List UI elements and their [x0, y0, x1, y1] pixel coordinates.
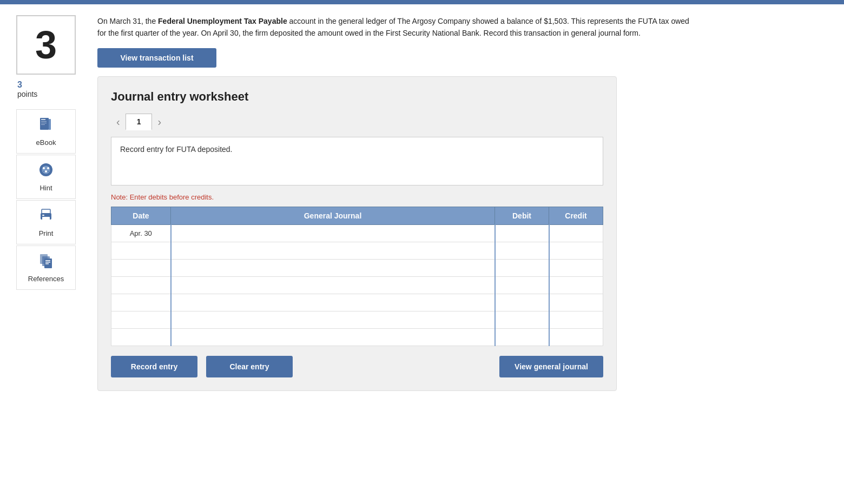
- table-row: [111, 259, 603, 276]
- cell-debit-0[interactable]: [495, 224, 549, 242]
- cell-journal-6[interactable]: [171, 328, 495, 346]
- svg-rect-2: [41, 121, 47, 122]
- input-credit-2[interactable]: [553, 263, 600, 273]
- svg-rect-1: [41, 119, 45, 120]
- input-journal-2[interactable]: [175, 263, 491, 273]
- cell-debit-5[interactable]: [495, 311, 549, 328]
- main-container: 3 3 points eBook: [0, 4, 844, 402]
- svg-point-8: [43, 167, 45, 169]
- input-credit-5[interactable]: [553, 315, 600, 325]
- input-debit-6[interactable]: [499, 332, 545, 342]
- input-debit-2[interactable]: [499, 263, 545, 273]
- table-row: [111, 276, 603, 294]
- cell-date-3: [111, 276, 171, 294]
- input-credit-4[interactable]: [553, 297, 600, 308]
- cell-journal-4[interactable]: [171, 294, 495, 311]
- cell-date-1: [111, 242, 171, 259]
- input-credit-0[interactable]: [553, 228, 600, 238]
- sidebar-item-references[interactable]: References: [16, 246, 76, 290]
- cell-date-6: [111, 328, 171, 346]
- cell-credit-0[interactable]: [549, 224, 603, 242]
- sidebar: 3 3 points eBook: [16, 15, 87, 391]
- cell-journal-5[interactable]: [171, 311, 495, 328]
- cell-credit-4[interactable]: [549, 294, 603, 311]
- table-row: [111, 311, 603, 328]
- tab-next-arrow[interactable]: ›: [152, 114, 167, 130]
- svg-rect-13: [42, 209, 50, 214]
- print-icon: [38, 207, 54, 227]
- input-debit-1[interactable]: [499, 246, 545, 256]
- view-general-journal-button[interactable]: View general journal: [499, 356, 603, 377]
- input-credit-1[interactable]: [553, 246, 600, 256]
- cell-credit-3[interactable]: [549, 276, 603, 294]
- cell-date-2: [111, 259, 171, 276]
- sidebar-item-hint[interactable]: Hint: [16, 155, 76, 199]
- cell-credit-6[interactable]: [549, 328, 603, 346]
- svg-rect-4: [41, 124, 45, 125]
- hint-icon: [38, 162, 54, 182]
- action-buttons: Record entry Clear entry View general jo…: [111, 356, 603, 377]
- cell-journal-0[interactable]: [171, 224, 495, 242]
- table-row: Apr. 30: [111, 224, 603, 242]
- svg-rect-15: [42, 217, 50, 221]
- input-journal-3[interactable]: [175, 280, 491, 290]
- worksheet-panel: Journal entry worksheet ‹ 1 › Record ent…: [97, 76, 617, 391]
- input-credit-6[interactable]: [553, 332, 600, 342]
- svg-point-12: [48, 171, 49, 172]
- sidebar-item-ebook[interactable]: eBook: [16, 109, 76, 154]
- cell-debit-2[interactable]: [495, 259, 549, 276]
- clear-entry-button[interactable]: Clear entry: [206, 356, 293, 377]
- table-row: [111, 294, 603, 311]
- print-label: Print: [39, 229, 54, 237]
- cell-debit-4[interactable]: [495, 294, 549, 311]
- svg-rect-20: [45, 260, 50, 261]
- input-debit-5[interactable]: [499, 315, 545, 325]
- cell-credit-2[interactable]: [549, 259, 603, 276]
- input-journal-5[interactable]: [175, 315, 491, 325]
- cell-journal-3[interactable]: [171, 276, 495, 294]
- problem-text: On March 31, the Federal Unemployment Ta…: [97, 15, 693, 39]
- input-journal-6[interactable]: [175, 332, 491, 342]
- cell-date-4: [111, 294, 171, 311]
- tab-prev-arrow[interactable]: ‹: [111, 114, 126, 130]
- input-journal-0[interactable]: [175, 228, 491, 238]
- tab-1[interactable]: 1: [126, 114, 153, 130]
- input-journal-1[interactable]: [175, 246, 491, 256]
- problem-bold-term: Federal Unemployment Tax Payable: [158, 17, 287, 25]
- input-journal-4[interactable]: [175, 297, 491, 308]
- top-bar: [0, 0, 844, 4]
- cell-date-0: Apr. 30: [111, 224, 171, 242]
- sidebar-tools: eBook Hint: [16, 109, 87, 290]
- sidebar-item-print[interactable]: Print: [16, 200, 76, 244]
- ebook-label: eBook: [36, 138, 56, 147]
- question-number: 3: [35, 23, 57, 67]
- content-area: On March 31, the Federal Unemployment Ta…: [97, 15, 828, 391]
- th-debit: Debit: [495, 207, 549, 224]
- svg-point-9: [47, 167, 49, 169]
- points-label: 3 points: [16, 80, 87, 98]
- cell-debit-3[interactable]: [495, 276, 549, 294]
- entry-description-box: Record entry for FUTA deposited.: [111, 137, 603, 185]
- cell-debit-6[interactable]: [495, 328, 549, 346]
- cell-journal-2[interactable]: [171, 259, 495, 276]
- book-icon: [38, 116, 54, 136]
- input-credit-3[interactable]: [553, 280, 600, 290]
- svg-point-10: [45, 170, 47, 173]
- note-text: Note: Enter debits before credits.: [111, 193, 603, 201]
- svg-rect-3: [41, 123, 47, 123]
- record-entry-button[interactable]: Record entry: [111, 356, 197, 377]
- cell-debit-1[interactable]: [495, 242, 549, 259]
- cell-credit-5[interactable]: [549, 311, 603, 328]
- cell-journal-1[interactable]: [171, 242, 495, 259]
- points-value: 3: [17, 80, 22, 89]
- view-transaction-button[interactable]: View transaction list: [97, 48, 216, 68]
- input-debit-4[interactable]: [499, 297, 545, 308]
- th-credit: Credit: [549, 207, 603, 224]
- view-transaction-wrapper: View transaction list: [97, 48, 828, 68]
- input-debit-3[interactable]: [499, 280, 545, 290]
- cell-credit-1[interactable]: [549, 242, 603, 259]
- svg-rect-16: [42, 215, 44, 216]
- svg-rect-22: [45, 263, 49, 264]
- input-debit-0[interactable]: [499, 228, 545, 238]
- references-icon: [38, 253, 54, 273]
